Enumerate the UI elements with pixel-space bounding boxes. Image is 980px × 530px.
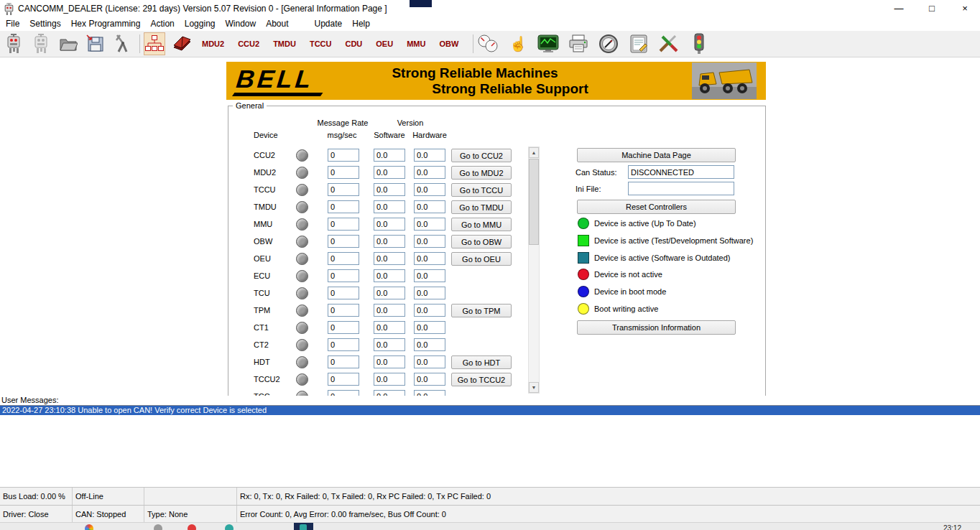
can-status-field[interactable] xyxy=(628,165,734,179)
device-hardware-version-input[interactable] xyxy=(414,304,445,317)
goto-device-button[interactable]: Go to TMDU xyxy=(451,200,512,214)
menu-item-logging[interactable]: Logging xyxy=(180,17,221,31)
paint-tools-icon[interactable] xyxy=(658,32,680,55)
device-msg-rate-input[interactable] xyxy=(328,355,359,368)
menu-item-update[interactable]: Update xyxy=(310,17,348,31)
device-hardware-version-input[interactable] xyxy=(414,149,445,162)
close-button[interactable]: × xyxy=(960,0,970,17)
device-hardware-version-input[interactable] xyxy=(414,287,445,299)
goto-device-button[interactable]: Go to MMU xyxy=(451,218,512,231)
taskbar-app-icon-1[interactable] xyxy=(85,524,93,530)
goto-device-button[interactable]: Go to MDU2 xyxy=(451,166,512,180)
gauges-icon[interactable] xyxy=(477,32,499,55)
goto-device-button[interactable]: Go to OBW xyxy=(451,235,512,248)
device-list-scrollbar[interactable]: ▲ ▼ xyxy=(528,147,540,394)
ini-file-field[interactable] xyxy=(628,182,734,195)
taskbar-active-app[interactable] xyxy=(294,523,313,530)
hex-programmer-icon[interactable] xyxy=(3,32,24,55)
goto-device-button[interactable]: Go to OEU xyxy=(451,252,512,266)
menu-item-file[interactable]: File xyxy=(1,17,24,31)
open-file-icon[interactable] xyxy=(57,32,79,55)
device-msg-rate-input[interactable] xyxy=(328,390,359,396)
device-software-version-input[interactable] xyxy=(374,218,405,231)
device-hardware-version-input[interactable] xyxy=(414,218,445,231)
device-software-version-input[interactable] xyxy=(374,252,405,265)
hex-programmer-disabled-icon[interactable] xyxy=(30,32,52,55)
device-software-version-input[interactable] xyxy=(374,321,405,334)
menu-item-help[interactable]: Help xyxy=(347,17,375,31)
device-software-version-input[interactable] xyxy=(374,287,405,299)
compass-icon[interactable] xyxy=(598,32,619,55)
device-software-version-input[interactable] xyxy=(374,373,405,386)
toolbar-oeu-button[interactable]: OEU xyxy=(372,39,397,48)
device-msg-rate-input[interactable] xyxy=(328,149,359,162)
goto-device-button[interactable]: Go to TCCU xyxy=(451,183,512,197)
scrollbar-down-icon[interactable]: ▼ xyxy=(529,382,539,393)
goto-device-button[interactable]: Go to TPM xyxy=(451,304,512,317)
minimize-button[interactable]: — xyxy=(894,0,904,17)
toolbar-mmu-button[interactable]: MMU xyxy=(403,39,429,48)
device-msg-rate-input[interactable] xyxy=(328,338,359,351)
toolbar-mdu2-button[interactable]: MDU2 xyxy=(198,39,228,48)
device-software-version-input[interactable] xyxy=(374,269,405,282)
reset-controllers-button[interactable]: Reset Controllers xyxy=(577,200,736,214)
taskbar-clock[interactable]: 23:12 xyxy=(943,524,961,530)
device-software-version-input[interactable] xyxy=(374,338,405,351)
device-hardware-version-input[interactable] xyxy=(414,355,445,368)
menu-item-about[interactable]: About xyxy=(261,17,293,31)
menu-item-action[interactable]: Action xyxy=(145,17,179,31)
menu-item-hex-programming[interactable]: Hex Programming xyxy=(66,17,146,31)
device-software-version-input[interactable] xyxy=(374,183,405,196)
device-msg-rate-input[interactable] xyxy=(328,252,359,265)
device-hardware-version-input[interactable] xyxy=(414,166,445,179)
device-hardware-version-input[interactable] xyxy=(414,373,445,386)
device-hardware-version-input[interactable] xyxy=(414,200,445,213)
device-hardware-version-input[interactable] xyxy=(414,183,445,196)
device-software-version-input[interactable] xyxy=(374,390,405,396)
save-icon[interactable] xyxy=(85,32,106,55)
printer-icon[interactable] xyxy=(568,32,589,55)
device-software-version-input[interactable] xyxy=(374,235,405,248)
device-hardware-version-input[interactable] xyxy=(414,338,445,351)
toolbar-cdu-button[interactable]: CDU xyxy=(341,39,366,48)
toolbar-obw-button[interactable]: OBW xyxy=(435,39,462,48)
scrollbar-thumb[interactable] xyxy=(529,159,539,245)
transmission-information-button[interactable]: Transmission Information xyxy=(577,320,736,335)
device-hardware-version-input[interactable] xyxy=(414,269,445,282)
device-msg-rate-input[interactable] xyxy=(328,166,359,179)
device-msg-rate-input[interactable] xyxy=(328,321,359,334)
device-msg-rate-input[interactable] xyxy=(328,235,359,248)
device-msg-rate-input[interactable] xyxy=(328,200,359,213)
device-hardware-version-input[interactable] xyxy=(414,390,445,396)
maximize-button[interactable]: □ xyxy=(927,0,937,17)
traffic-light-icon[interactable] xyxy=(688,32,710,55)
taskbar-app-icon-4[interactable] xyxy=(225,524,234,530)
device-software-version-input[interactable] xyxy=(374,200,405,213)
goto-device-button[interactable]: Go to TCCU2 xyxy=(451,373,512,386)
device-msg-rate-input[interactable] xyxy=(328,373,359,386)
device-msg-rate-input[interactable] xyxy=(328,287,359,299)
goto-device-button[interactable]: Go to CCU2 xyxy=(451,149,512,162)
machine-data-page-button[interactable]: Machine Data Page xyxy=(577,148,736,162)
taskbar-app-icon-2[interactable] xyxy=(154,524,162,530)
hand-pointer-icon[interactable]: ☝ xyxy=(507,32,529,55)
device-software-version-input[interactable] xyxy=(374,355,405,368)
can-trace-icon[interactable] xyxy=(171,32,193,55)
device-msg-rate-input[interactable] xyxy=(328,218,359,231)
device-software-version-input[interactable] xyxy=(374,166,405,179)
device-software-version-input[interactable] xyxy=(374,149,405,162)
menu-item-window[interactable]: Window xyxy=(220,17,261,31)
crimp-tool-icon[interactable] xyxy=(112,32,134,55)
toolbar-ccu2-button[interactable]: CCU2 xyxy=(234,39,263,48)
scrollbar-up-icon[interactable]: ▲ xyxy=(529,147,539,158)
device-software-version-input[interactable] xyxy=(374,304,405,317)
toolbar-tccu-button[interactable]: TCCU xyxy=(306,39,336,48)
goto-device-button[interactable]: Go to HDT xyxy=(451,355,512,369)
user-message-row[interactable]: 2022-04-27 23:10:38 Unable to open CAN! … xyxy=(0,406,980,415)
device-hardware-version-input[interactable] xyxy=(414,321,445,334)
notes-icon[interactable] xyxy=(628,32,650,55)
device-msg-rate-input[interactable] xyxy=(328,183,359,196)
network-nodes-icon[interactable] xyxy=(144,32,165,55)
oscilloscope-icon[interactable] xyxy=(537,32,559,55)
taskbar-app-icon-3[interactable] xyxy=(188,524,196,530)
